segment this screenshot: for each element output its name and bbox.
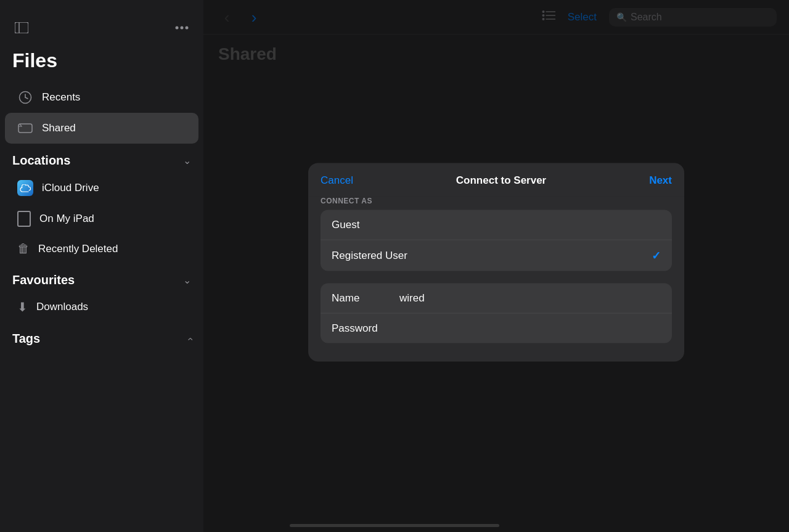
- on-my-ipad-label: On My iPad: [39, 213, 94, 225]
- trash-icon: 🗑: [17, 242, 30, 256]
- locations-chevron-icon: ⌄: [183, 155, 191, 166]
- tags-title: Tags: [12, 332, 40, 346]
- connect-as-options: Guest Registered User ✓: [321, 210, 672, 271]
- cancel-button[interactable]: Cancel: [321, 174, 353, 186]
- icloud-icon: [17, 180, 33, 196]
- more-options-icon[interactable]: [173, 18, 191, 37]
- downloads-icon: ⬇: [17, 300, 28, 314]
- registered-user-option[interactable]: Registered User ✓: [321, 240, 672, 271]
- favourites-title: Favourites: [12, 273, 75, 287]
- name-field-row: Name wired: [321, 283, 672, 313]
- svg-rect-0: [15, 22, 28, 33]
- shared-icon: [17, 120, 33, 136]
- svg-point-3: [181, 27, 184, 30]
- credentials-form: Name wired Password: [321, 283, 672, 343]
- sidebar-toggle-icon[interactable]: [12, 18, 31, 37]
- next-button[interactable]: Next: [649, 174, 672, 186]
- icloud-drive-label: iCloud Drive: [42, 182, 99, 194]
- main-area: ‹ › Select 🔍 Search Shared Can: [203, 0, 789, 532]
- name-label: Name: [332, 292, 387, 304]
- name-value[interactable]: wired: [399, 292, 425, 304]
- modal-header: Cancel Connect to Server Next: [308, 163, 684, 196]
- svg-point-4: [186, 27, 189, 30]
- modal-body: CONNECT AS Guest Registered User ✓ Name …: [308, 196, 684, 361]
- recents-label: Recents: [42, 91, 80, 104]
- sidebar-item-ipad[interactable]: On My iPad: [5, 203, 198, 234]
- sidebar-top-bar: [0, 12, 203, 49]
- sidebar-item-downloads[interactable]: ⬇ Downloads: [5, 292, 198, 322]
- guest-option[interactable]: Guest: [321, 210, 672, 240]
- sidebar-item-shared[interactable]: Shared: [5, 113, 198, 144]
- password-label: Password: [332, 322, 387, 334]
- connect-as-label: CONNECT AS: [321, 196, 672, 205]
- tags-section-header[interactable]: Tags ›: [0, 322, 203, 351]
- registered-user-label: Registered User: [332, 249, 407, 261]
- favourites-section-header[interactable]: Favourites ⌄: [0, 263, 203, 292]
- recently-deleted-label: Recently Deleted: [38, 243, 118, 255]
- svg-line-7: [25, 97, 28, 99]
- checkmark-icon: ✓: [652, 248, 661, 262]
- locations-section-header[interactable]: Locations ⌄: [0, 144, 203, 173]
- tags-chevron-icon: ›: [184, 337, 195, 340]
- recents-icon: [17, 89, 33, 105]
- guest-label: Guest: [332, 218, 359, 231]
- sidebar-item-recently-deleted[interactable]: 🗑 Recently Deleted: [5, 234, 198, 263]
- sidebar: Files Recents Shared Locations ⌄: [0, 0, 203, 532]
- favourites-chevron-icon: ⌄: [183, 274, 191, 286]
- files-title: Files: [0, 49, 203, 82]
- locations-title: Locations: [12, 153, 70, 168]
- modal-title: Connect to Server: [456, 174, 546, 186]
- svg-point-2: [176, 27, 179, 30]
- sidebar-item-recents[interactable]: Recents: [5, 82, 198, 113]
- sidebar-item-icloud[interactable]: iCloud Drive: [5, 173, 198, 203]
- shared-label: Shared: [42, 122, 76, 134]
- downloads-label: Downloads: [36, 301, 88, 313]
- password-field-row: Password: [321, 313, 672, 343]
- ipad-icon: [17, 211, 31, 227]
- connect-to-server-modal: Cancel Connect to Server Next CONNECT AS…: [308, 163, 684, 361]
